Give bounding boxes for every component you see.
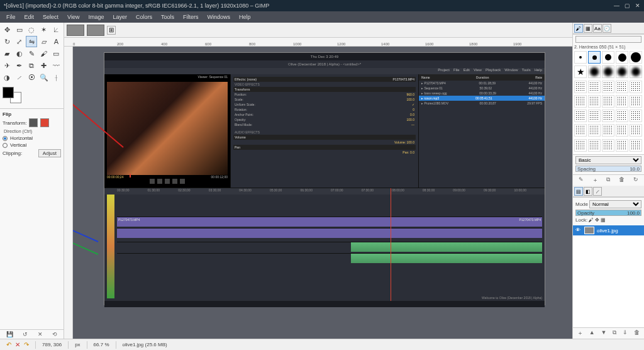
brush-preset[interactable] [602, 110, 614, 122]
gradient-tool[interactable]: ◐ [14, 48, 25, 59]
menu-colors[interactable]: Colors [132, 13, 156, 21]
menu-image[interactable]: Image [84, 13, 108, 21]
brush-preset[interactable] [602, 95, 614, 108]
menu-file[interactable]: File [3, 13, 19, 21]
brush-preset[interactable] [630, 139, 642, 152]
merge-icon[interactable]: ⇓ [623, 329, 628, 337]
zoom-select[interactable]: 66.7 % [94, 342, 109, 347]
lock-alpha-icon[interactable]: ▦ [601, 217, 606, 223]
opacity-slider[interactable]: Opacity 100.0 [575, 210, 641, 216]
brush-preset[interactable] [616, 95, 628, 108]
crop-tool[interactable]: ⟀ [50, 24, 62, 35]
lock-position-icon[interactable]: ✥ [595, 217, 599, 223]
minimize-button[interactable]: — [614, 3, 619, 9]
transform-selection-icon[interactable] [40, 118, 49, 127]
del-layer-icon[interactable]: 🗑 [634, 329, 640, 337]
brush-preset[interactable] [588, 139, 601, 152]
new-view-button[interactable]: ⊞ [107, 26, 116, 35]
channels-tab[interactable]: ◧ [584, 187, 592, 196]
image-tab-2[interactable] [87, 25, 104, 36]
brush-preset[interactable] [630, 95, 642, 108]
direction-horizontal-radio[interactable]: Horizontal [3, 135, 61, 141]
unit-select[interactable]: px [75, 342, 80, 347]
goto-start-icon[interactable] [150, 179, 155, 184]
reset-icon[interactable]: ⟲ [52, 331, 57, 337]
brush-preset[interactable] [588, 65, 601, 78]
brush-preset[interactable] [588, 124, 601, 137]
color-picker[interactable]: ⦿ [26, 72, 37, 83]
refresh-icon[interactable]: ↻ [633, 176, 638, 184]
undo-icon[interactable]: ↶ [6, 341, 11, 348]
menu-select[interactable]: Select [39, 13, 62, 21]
brush-preset[interactable] [602, 124, 614, 137]
new-layer-icon[interactable]: ＋ [577, 329, 583, 337]
raise-layer-icon[interactable]: ▲ [589, 329, 595, 337]
perspective-tool[interactable]: ▱ [38, 36, 50, 47]
paths-tab[interactable]: ⟋ [593, 187, 602, 196]
clipping-dropdown[interactable]: Adjust [38, 149, 61, 157]
dup-brush-icon[interactable]: ⧉ [606, 176, 610, 184]
menu-windows[interactable]: Windows [203, 13, 234, 21]
menu-edit[interactable]: Edit [21, 13, 38, 21]
spacing-slider[interactable]: Spacing 10.0 [575, 166, 641, 172]
brush-preset[interactable] [616, 139, 628, 152]
lock-pixels-icon[interactable]: 🖌 [589, 217, 594, 223]
eraser-tool[interactable]: ▭ [50, 48, 62, 59]
brush-quick-icon[interactable]: ↷ [24, 341, 29, 348]
brush-preset[interactable] [602, 139, 614, 152]
visibility-icon[interactable]: 👁 [575, 227, 582, 234]
play-icon[interactable] [165, 179, 170, 184]
layers-tab[interactable]: ▤ [574, 187, 583, 196]
layer-row[interactable]: 👁 olive1.jpg [573, 225, 644, 235]
text-tool[interactable]: A [50, 36, 62, 47]
brush-preset[interactable] [574, 51, 587, 64]
menu-view[interactable]: View [64, 13, 83, 21]
brush-preset[interactable] [630, 81, 642, 93]
flip-tool[interactable]: ⇋ [26, 36, 37, 47]
scale-tool[interactable]: ⤢ [14, 36, 25, 47]
next-frame-icon[interactable] [172, 179, 177, 184]
measure-tool[interactable]: ⟊ [50, 72, 62, 83]
menu-filters[interactable]: Filters [179, 13, 203, 21]
airbrush[interactable]: ✈ [1, 60, 13, 71]
clone-tool[interactable]: ⧉ [26, 60, 37, 71]
brush-preset[interactable] [602, 81, 614, 93]
image-tab-1[interactable] [67, 25, 84, 36]
move-tool[interactable]: ✥ [1, 24, 13, 35]
zoom-tool[interactable]: 🔍 [38, 72, 50, 83]
heal-tool[interactable]: ✚ [38, 60, 50, 71]
goto-end-icon[interactable] [180, 179, 185, 184]
brush-preset[interactable] [630, 51, 642, 64]
restore-icon[interactable]: ↺ [23, 331, 28, 337]
menu-help[interactable]: Help [235, 13, 255, 21]
brush-preset[interactable] [616, 124, 628, 137]
lower-layer-icon[interactable]: ▼ [601, 329, 607, 337]
brush-preset[interactable] [574, 81, 587, 93]
brush-preset[interactable] [588, 95, 601, 108]
paintbrush[interactable]: 🖌 [38, 48, 50, 59]
prev-frame-icon[interactable] [157, 179, 162, 184]
brush-preset[interactable] [630, 124, 642, 137]
smudge-tool[interactable]: 〰 [50, 60, 62, 71]
brush-preset[interactable] [574, 110, 587, 122]
brush-group-select[interactable]: Basic [575, 156, 641, 164]
close-button[interactable]: ✕ [635, 3, 640, 9]
blend-mode-select[interactable]: Normal [589, 200, 641, 208]
fuzzy-select[interactable]: ✶ [38, 24, 50, 35]
brush-preset[interactable] [574, 139, 587, 152]
brush-preset[interactable] [588, 81, 601, 93]
brush-preset[interactable] [602, 51, 614, 64]
menu-layer[interactable]: Layer [109, 13, 131, 21]
edit-brush-icon[interactable]: ✎ [579, 176, 584, 184]
rect-select[interactable]: ▭ [14, 24, 25, 35]
brush-filter[interactable] [575, 36, 641, 43]
brush-preset[interactable] [588, 110, 601, 122]
dodge-tool[interactable]: ◑ [1, 72, 13, 83]
canvas[interactable]: Thu Dec 3 20:49 Olive (December 2018 | A… [73, 47, 572, 339]
ink-tool[interactable]: ✒ [14, 60, 25, 71]
pencil-tool[interactable]: ✎ [26, 48, 37, 59]
menu-tools[interactable]: Tools [157, 13, 178, 21]
brush-preset[interactable] [630, 65, 642, 78]
redo-icon[interactable]: ✕ [15, 341, 20, 348]
new-brush-icon[interactable]: ＋ [592, 176, 598, 184]
